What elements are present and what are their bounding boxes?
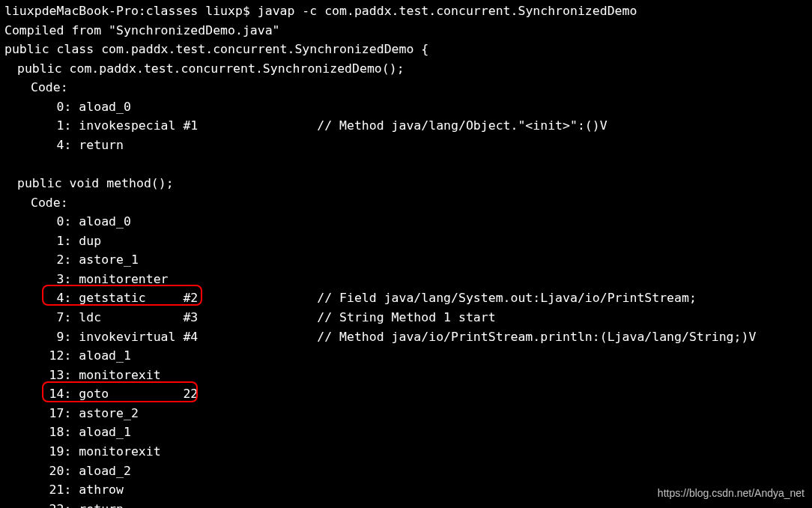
bytecode-instruction: 12: aload_1 <box>4 346 808 366</box>
bytecode-instruction: 4: getstatic #2 // Field java/lang/Syste… <box>4 288 808 308</box>
constructor-instructions: 0: aload_0 1: invokespecial #1 // Method… <box>4 97 808 155</box>
prompt-line: liuxpdeMacBook-Pro:classes liuxp$ javap … <box>4 1 808 21</box>
compiled-from-line: Compiled from "SynchronizedDemo.java" <box>4 21 808 40</box>
code-label: Code: <box>4 193 808 213</box>
bytecode-instruction: 7: ldc #3 // String Method 1 start <box>4 308 808 327</box>
prompt-host: liuxpdeMacBook-Pro:classes liuxp$ <box>4 4 250 18</box>
bytecode-instruction: 4: return <box>4 136 808 155</box>
bytecode-instruction: 1: invokespecial #1 // Method java/lang/… <box>4 116 808 136</box>
bytecode-instruction: 0: aload_0 <box>4 212 808 232</box>
bytecode-instruction: 2: astore_1 <box>4 250 808 270</box>
code-label: Code: <box>4 78 808 97</box>
bytecode-instruction: 14: goto 22 <box>4 384 808 404</box>
bytecode-instruction: 17: astore_2 <box>4 404 808 423</box>
bytecode-instruction: 19: monitorexit <box>4 442 808 462</box>
method-instructions: 0: aload_0 1: dup 2: astore_1 3: monitor… <box>4 212 808 508</box>
watermark-text: https://blog.csdn.net/Andya_net <box>658 486 805 502</box>
bytecode-instruction: 1: dup <box>4 232 808 251</box>
bytecode-instruction: 20: aload_2 <box>4 462 808 481</box>
blank-line <box>4 155 808 175</box>
bytecode-instruction: 0: aload_0 <box>4 97 808 117</box>
bytecode-instruction: 3: monitorenter <box>4 270 808 289</box>
bytecode-instruction: 18: aload_1 <box>4 423 808 442</box>
bytecode-instruction: 9: invokevirtual #4 // Method java/io/Pr… <box>4 327 808 347</box>
constructor-signature: public com.paddx.test.concurrent.Synchro… <box>4 59 808 79</box>
bytecode-instruction: 13: monitorexit <box>4 366 808 385</box>
method-signature: public void method(); <box>4 174 808 193</box>
class-declaration: public class com.paddx.test.concurrent.S… <box>4 40 808 59</box>
prompt-command: javap -c com.paddx.test.concurrent.Synch… <box>258 4 637 18</box>
